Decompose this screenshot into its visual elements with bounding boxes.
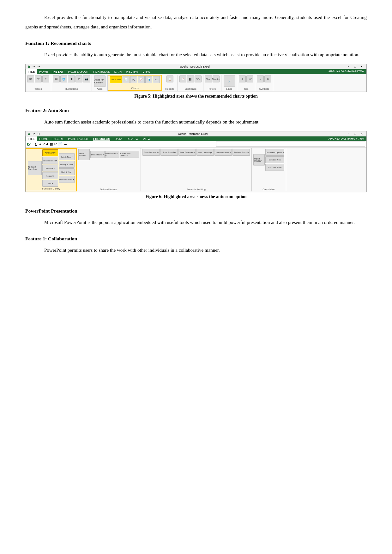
tab-insert[interactable]: INSERT (51, 69, 66, 74)
financial-icon[interactable]: Financial ▾ (42, 165, 58, 172)
logical-icon[interactable]: Logical ▾ (42, 172, 58, 179)
hyperlinks-icon[interactable]: 🔗 (224, 75, 235, 87)
tab2-pagelayout[interactable]: PAGE LAYOUT (66, 136, 91, 141)
note-table-icon[interactable]: NT (27, 75, 34, 82)
fx-label: fx (27, 142, 32, 147)
timeline-icon[interactable]: Timeline (213, 75, 220, 82)
calculate-sheet-icon[interactable]: Calculate Sheet (265, 164, 284, 171)
charts-icons: Rec. Charts 📊 PV 📈 📊 W/L (110, 76, 160, 83)
trace-precedents-icon[interactable]: Trace Precedents (142, 149, 160, 156)
feature1-heading: Feature 1: Collaboration (25, 236, 367, 242)
grid-icon[interactable]: ▦ (50, 142, 53, 146)
ribbon-group-illustrations: 🖼 🌐 ⬟ SA 📷 Illustrations (51, 75, 92, 91)
ppt-heading: PowerPoint Presentation (25, 208, 367, 214)
remove-arrows-icon[interactable]: Remove Arrows ▾ (214, 149, 232, 156)
sparkline-winloss-icon[interactable]: W/L (195, 75, 202, 82)
create-from-selection-icon[interactable]: Create from Selection (120, 151, 139, 158)
column-chart-icon[interactable]: 📊 (145, 76, 152, 83)
winloss-icon[interactable]: W/L (153, 76, 160, 83)
calc-options-icon[interactable]: Calculation Options ▾ (265, 149, 284, 156)
tab-review[interactable]: REVIEW (124, 69, 140, 74)
win-close-2[interactable]: ✕ (359, 132, 364, 135)
calculate-now-icon[interactable]: Calculate Now (265, 156, 284, 163)
question-icon[interactable]: ? (43, 142, 45, 146)
A-icon[interactable]: A (46, 142, 49, 146)
tab2-home[interactable]: HOME (37, 136, 51, 141)
power-view-icon[interactable]: PV (130, 76, 137, 83)
recently-used-icon[interactable]: Recently Used ▾ (42, 157, 58, 164)
recommended-pivottables-icon[interactable]: RP (35, 75, 42, 82)
reports-icon[interactable]: 📋 (166, 75, 173, 82)
apps-for-office-icon[interactable]: Apps for Office ▾ (94, 75, 106, 87)
ribbon2-group-names: Name Manager Define Name ▾ Use in Formul… (77, 148, 141, 191)
error-checking-icon[interactable]: Error Checking ▾ (196, 149, 214, 156)
doc-icon[interactable]: 📄 (58, 142, 63, 146)
trace-dependents-icon[interactable]: Trace Dependents (178, 149, 196, 156)
tab2-review[interactable]: REVIEW (124, 136, 141, 141)
header-footer-icon[interactable]: H&F (246, 75, 253, 82)
symbol-icon[interactable]: Ω (264, 75, 271, 82)
textbox-icon[interactable]: A (239, 75, 246, 82)
tab-data[interactable]: DATA (112, 69, 124, 74)
screenshot-icon[interactable]: 📷 (83, 75, 90, 82)
win-close[interactable]: ✕ (359, 65, 364, 68)
show-formulas-icon[interactable]: Show Formulas (160, 149, 178, 156)
sigma-icon[interactable]: Σ (35, 142, 37, 147)
reports-label: Reports (165, 87, 174, 90)
redo-icon-2[interactable]: ↪ (38, 132, 40, 135)
insert-function-icon[interactable]: fx Insert Function (28, 161, 42, 175)
name-manager-icon[interactable]: Name Manager (78, 149, 90, 160)
symbols-icons: π Ω (257, 75, 271, 82)
recommended-charts-icon[interactable]: Rec. Charts (110, 76, 122, 83)
user-label: ARGHYA DASMAHAPATRA (326, 69, 366, 74)
win-max-2[interactable]: □ (353, 132, 357, 135)
more-icon[interactable]: ••• (64, 142, 68, 146)
define-name-icon[interactable]: Define Name ▾ (90, 151, 105, 158)
tab2-file[interactable]: FILE (26, 136, 37, 141)
tab2-data[interactable]: DATA (112, 136, 124, 141)
ribbon1-menu-bar: FILE HOME INSERT PAGE LAYOUT FORMULAS DA… (26, 69, 366, 74)
lookup-ref-icon[interactable]: Lookup & Ref ▾ (59, 161, 75, 168)
text-func-icon[interactable]: Text ▾ (42, 180, 58, 187)
line-chart-icon[interactable]: 📈 (138, 76, 145, 83)
star-icon[interactable]: ★ (39, 142, 42, 146)
win-min[interactable]: － (346, 64, 351, 69)
undo-icon[interactable]: ↩ (33, 65, 35, 68)
equation-icon[interactable]: π (257, 75, 264, 82)
online-pictures-icon[interactable]: 🌐 (60, 75, 67, 82)
tab-home[interactable]: HOME (37, 69, 51, 74)
pivotchart-icon[interactable]: 📊 (123, 76, 130, 83)
use-in-formula-icon[interactable]: Use in Formula ▾ (105, 151, 119, 158)
R-icon[interactable]: R (54, 142, 57, 146)
date-time-icon[interactable]: Date & Time ▾ (59, 153, 75, 160)
shapes-icon[interactable]: ⬟ (68, 75, 75, 82)
undo-icon-2[interactable]: ↩ (33, 132, 35, 135)
tab2-insert[interactable]: INSERT (51, 136, 66, 141)
tab-formulas[interactable]: FORMULAS (91, 69, 112, 74)
pictures-icon[interactable]: 🖼 (53, 75, 60, 82)
ribbon1-body: NT RP T Tables 🖼 🌐 ⬟ SA 📷 Illustrations … (26, 74, 366, 92)
autosum-icon[interactable]: AutoSum ▾ (42, 149, 58, 156)
math-trig-icon[interactable]: Math & Trig ▾ (59, 168, 75, 175)
tab-view[interactable]: VIEW (140, 69, 152, 74)
ribbon-group-tables: NT RP T Tables (26, 75, 51, 91)
win-min-2[interactable]: － (346, 132, 351, 136)
figure5-ribbon: à ↩ ↪ · weeks - Microsoft Excel － □ ✕ FI… (25, 64, 367, 92)
win-max[interactable]: □ (353, 65, 357, 68)
slicer-icon[interactable]: Slicer (205, 75, 212, 82)
sparkline-column-icon[interactable]: ▌▌ (187, 75, 194, 82)
text-icons: A H&F (239, 75, 253, 82)
tab-file[interactable]: FILE (26, 69, 37, 74)
tab2-view[interactable]: VIEW (141, 136, 153, 141)
tab-pagelayout[interactable]: PAGE LAYOUT (66, 69, 91, 74)
smartart-icon[interactable]: SA (75, 75, 82, 82)
tab2-formulas[interactable]: FORMULAS (91, 136, 112, 141)
sparkline-line-icon[interactable]: 📈 (179, 75, 186, 82)
table-icon[interactable]: T (42, 75, 49, 82)
redo-icon[interactable]: ↪ (38, 65, 40, 68)
evaluate-formula-icon[interactable]: Evaluate Formula (232, 149, 250, 156)
feature2-paragraph: Auto sum function assist academic profes… (25, 117, 367, 127)
function-library-label: Function Library (42, 187, 60, 190)
more-functions-icon[interactable]: More Functions ▾ (59, 176, 75, 183)
watch-window-icon[interactable]: Watch Window (253, 154, 265, 166)
